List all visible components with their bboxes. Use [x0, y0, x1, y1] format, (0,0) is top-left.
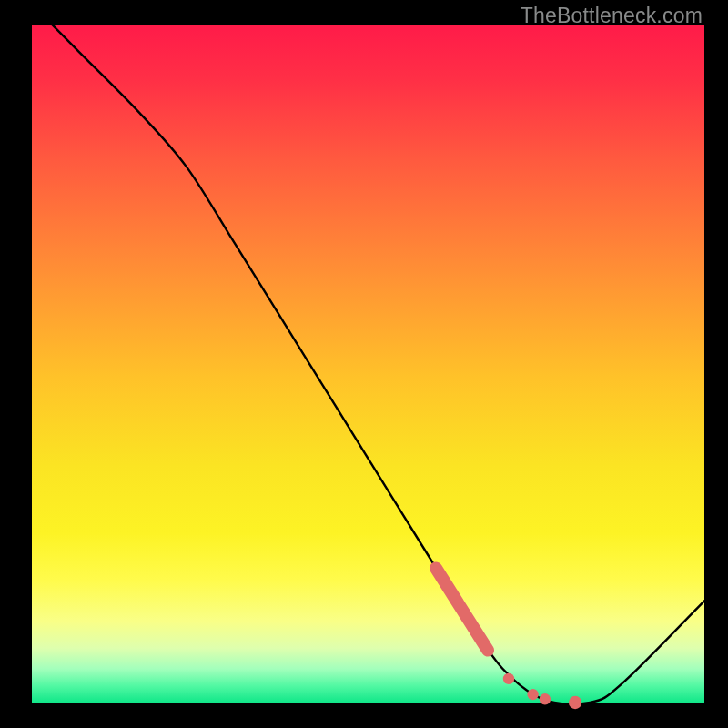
marker-dot [569, 696, 581, 709]
marker-dot [527, 689, 538, 700]
marker-dots [503, 673, 582, 710]
chart-frame: TheBottleneck.com [0, 0, 728, 728]
plot-area [32, 25, 704, 703]
curve-svg [32, 25, 704, 703]
marker-dot [503, 673, 514, 684]
marker-segment [436, 569, 488, 651]
bottleneck-curve [32, 5, 704, 704]
marker-dot [540, 693, 551, 704]
